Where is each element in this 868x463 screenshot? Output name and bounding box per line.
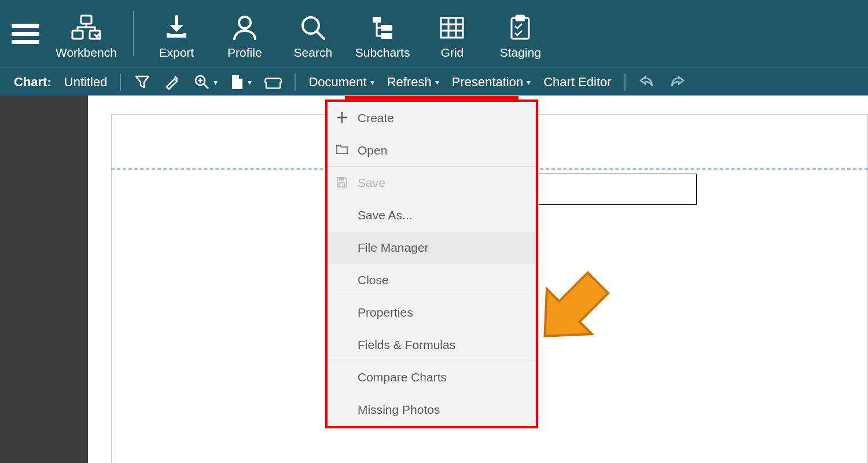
toolbar-label: Document [308,75,366,90]
ribbon-label: Export [159,46,194,60]
svg-rect-13 [339,183,345,187]
menu-label: Properties [358,306,527,319]
ribbon-grid[interactable]: Grid [426,8,478,60]
chart-label: Chart: [14,75,52,90]
toolbar-label: Presentation [452,75,524,90]
toolbar-separator [295,74,296,91]
svg-rect-0 [81,16,91,24]
chevron-down-icon: ▾ [214,78,218,87]
redo-icon[interactable] [668,74,686,91]
svg-rect-5 [373,17,381,23]
menu-label: Fields & Formulas [358,338,527,352]
ribbon-label: Profile [227,46,262,60]
chevron-down-icon: ▾ [370,78,374,87]
menu-label: Compare Charts [358,370,527,384]
menu-label: Save As... [358,208,527,222]
ribbon-separator [133,11,134,56]
document-menu[interactable]: Document ▾ [308,75,374,90]
save-icon [336,176,350,190]
undo-icon[interactable] [638,74,656,91]
bread-icon[interactable] [264,74,282,91]
menu-item-create[interactable]: Create [328,102,536,134]
menu-item-file-manager[interactable]: File Manager [328,232,536,264]
menu-item-missing-photos[interactable]: Missing Photos [328,394,536,426]
grid-icon [439,13,465,42]
menu-item-compare-charts[interactable]: Compare Charts [328,361,536,394]
page-button[interactable]: ▾ [230,74,252,90]
menu-item-properties[interactable]: Properties [328,296,536,329]
left-sidebar [0,95,88,463]
export-icon [163,13,190,42]
secondary-toolbar: Chart: Untitled ▾ ▾ Document ▾ Refresh ▾… [0,68,868,95]
menu-label: Save [358,176,527,190]
ribbon-staging[interactable]: Staging [494,8,546,60]
menu-label: Create [358,111,527,125]
profile-icon [231,13,258,42]
menu-icon[interactable] [12,20,39,47]
highlighter-icon[interactable] [164,74,181,91]
menu-item-open[interactable]: Open [328,134,536,167]
refresh-menu[interactable]: Refresh ▾ [387,75,439,90]
svg-rect-8 [441,18,463,38]
folder-icon [336,144,350,157]
main-ribbon: Workbench Export Profile Search [0,0,868,68]
chart-editor-button[interactable]: Chart Editor [543,75,611,90]
chevron-down-icon: ▾ [248,78,252,87]
menu-item-save[interactable]: Save [328,167,536,199]
ribbon-label: Subcharts [355,46,410,60]
workbench-icon [71,13,101,42]
subcharts-icon [368,13,397,42]
ribbon-label: Workbench [56,46,117,60]
toolbar-separator [624,74,626,91]
svg-rect-7 [381,33,392,39]
ribbon-profile[interactable]: Profile [219,8,271,60]
menu-label: Missing Photos [358,403,527,417]
chart-name: Untitled [64,75,108,90]
svg-rect-12 [339,178,344,181]
toolbar-label: Refresh [387,75,432,90]
search-icon [300,13,326,42]
svg-point-3 [239,17,251,28]
menu-label: Open [358,144,527,157]
svg-rect-6 [381,25,392,31]
chart-node[interactable] [528,174,697,205]
menu-item-save-as[interactable]: Save As... [328,199,536,232]
staging-icon [507,13,534,42]
ribbon-label: Staging [500,46,541,60]
filter-icon[interactable] [134,74,151,91]
toolbar-separator [120,74,121,91]
ribbon-label: Search [294,46,333,60]
ribbon-search[interactable]: Search [287,8,339,60]
chevron-down-icon: ▾ [527,78,531,87]
ribbon-workbench[interactable]: Workbench [56,8,117,60]
menu-item-close[interactable]: Close [328,264,536,296]
menu-label: Close [358,273,527,287]
plus-icon [336,111,350,125]
menu-label: File Manager [358,241,527,255]
ribbon-export[interactable]: Export [150,8,203,60]
presentation-menu[interactable]: Presentation ▾ [452,75,531,90]
chevron-down-icon: ▾ [435,78,439,87]
zoom-button[interactable]: ▾ [194,74,218,90]
svg-rect-1 [72,31,83,39]
ribbon-subcharts[interactable]: Subcharts [355,8,410,60]
svg-rect-10 [516,16,524,20]
toolbar-label: Chart Editor [543,75,611,90]
document-dropdown: Create Open Save Save As... File Manager… [325,100,538,428]
ribbon-label: Grid [441,46,464,60]
menu-item-fields-formulas[interactable]: Fields & Formulas [328,329,536,361]
